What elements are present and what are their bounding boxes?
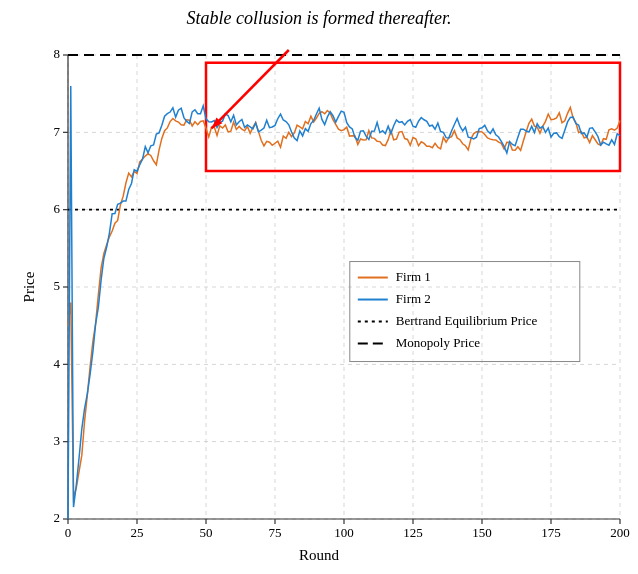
chart-container: Stable collusion is formed thereafter. P… <box>0 0 638 574</box>
main-chart <box>0 0 638 574</box>
